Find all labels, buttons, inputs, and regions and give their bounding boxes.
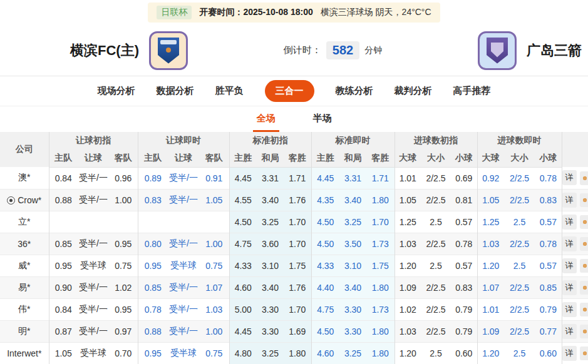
odds-cell: 0.95 [109, 298, 138, 320]
odds-cell: 4.50 [311, 211, 339, 233]
detail-button[interactable]: 详 [562, 324, 577, 339]
away-team-logo [478, 31, 517, 70]
company-cell: 立* [0, 211, 49, 233]
odds-cell: 2.5 [421, 211, 451, 233]
odds-cell: 1.70 [284, 211, 311, 233]
table-row: 伟*0.84受半/一0.950.78受半/一1.035.003.301.704.… [0, 298, 588, 320]
odds-cell: 1.80 [366, 276, 395, 298]
odds-cell: 0.57 [535, 255, 562, 276]
odds-cell: 2/2.5 [504, 276, 535, 298]
odds-cell: 0.57 [451, 255, 477, 276]
sub-header: 和局 [257, 149, 284, 167]
company-cell: 伟* [0, 298, 49, 320]
detail-button[interactable]: 详 [562, 170, 577, 185]
analysis-button-partial[interactable] [580, 215, 588, 229]
odds-cell: 0.95 [138, 342, 168, 364]
nav-tab-three-in-one[interactable]: 三合一 [265, 80, 314, 102]
nav-tab-coach-analysis[interactable]: 教练分析 [336, 85, 373, 97]
odds-cell: 3.31 [257, 167, 284, 189]
countdown-value: 582 [326, 41, 359, 59]
odds-cell: 0.80 [138, 233, 168, 255]
subtab-full-match[interactable]: 全场 [253, 113, 279, 132]
analysis-button-partial[interactable] [580, 281, 588, 295]
detail-cell: 详 [562, 211, 588, 233]
odds-cell: 1.20 [395, 342, 421, 364]
group-header: 标准初指 [229, 132, 311, 149]
nav-tab-referee-analysis[interactable]: 裁判分析 [395, 85, 432, 97]
analysis-button-partial[interactable] [580, 171, 588, 185]
table-row: 立*4.503.251.704.503.251.701.252.50.571.2… [0, 211, 588, 233]
odds-cell: 1.69 [284, 320, 311, 342]
odds-cell: 1.09 [395, 276, 421, 298]
company-cell: Crow* [0, 189, 49, 211]
away-team: 广岛三箭 [478, 31, 582, 70]
analysis-button-partial[interactable] [580, 303, 588, 316]
analysis-button-partial[interactable] [580, 346, 588, 360]
odds-cell: 受半/一 [78, 189, 109, 211]
odds-cell: 0.84 [49, 298, 78, 320]
odds-cell: 受半/一 [168, 167, 199, 189]
odds-cell: 2/2.5 [421, 167, 451, 189]
table-row: 明*0.87受半/一0.970.88受半/一1.004.453.301.694.… [0, 320, 588, 342]
table-row: 36*0.85受半/一0.950.80受半/一1.004.753.601.704… [0, 233, 588, 255]
analysis-button-partial[interactable] [580, 259, 588, 273]
nav-tab-win-draw-lose[interactable]: 胜平负 [215, 85, 244, 97]
odds-cell [199, 211, 229, 233]
nav-tab-expert-picks[interactable]: 高手推荐 [453, 85, 491, 97]
odds-cell: 3.60 [257, 233, 284, 255]
odds-cell: 4.40 [311, 276, 339, 298]
group-header: 进球数初指 [395, 132, 477, 149]
detail-button[interactable]: 详 [562, 280, 577, 295]
subtab-half-match[interactable]: 半场 [309, 113, 336, 132]
odds-cell: 1.05 [199, 189, 229, 211]
nav-tab-data-analysis[interactable]: 数据分析 [157, 85, 194, 97]
nav-tab-live-analysis[interactable]: 现场分析 [98, 85, 135, 97]
detail-cell: 详 [562, 167, 588, 189]
detail-button[interactable]: 详 [562, 236, 577, 251]
analysis-button-partial[interactable] [580, 325, 588, 338]
analysis-button-partial[interactable] [580, 237, 588, 251]
detail-button[interactable]: 详 [562, 302, 577, 317]
odds-cell: 1.70 [284, 233, 311, 255]
countdown-label: 倒计时： [284, 44, 321, 56]
odds-cell: 受半球 [78, 255, 109, 276]
odds-cell: 0.78 [535, 233, 562, 255]
detail-button[interactable]: 详 [562, 215, 577, 230]
odds-cell: 受半球 [168, 342, 199, 364]
odds-cell: 2.5 [504, 255, 535, 276]
analysis-button-partial[interactable] [580, 193, 588, 207]
odds-cell: 4.50 [311, 233, 339, 255]
odds-cell: 1.80 [366, 189, 395, 211]
detail-button[interactable]: 详 [562, 258, 577, 273]
odds-cell: 受半/一 [78, 320, 109, 342]
countdown-unit: 分钟 [364, 45, 382, 56]
odds-cell: 0.78 [451, 233, 477, 255]
odds-cell: 1.80 [366, 320, 395, 342]
detail-button[interactable]: 详 [562, 346, 577, 361]
sub-header: 大小 [421, 149, 451, 167]
detail-button[interactable]: 详 [562, 193, 577, 208]
sub-header: 让球 [168, 149, 199, 167]
odds-cell: 4.50 [311, 320, 339, 342]
group-header: 进球数即时 [477, 132, 562, 149]
odds-cell: 3.10 [339, 255, 366, 276]
odds-cell: 2.5 [504, 211, 535, 233]
odds-cell: 2/2.5 [421, 320, 451, 342]
odds-cell: 受半球 [168, 255, 199, 276]
odds-cell: 3.40 [339, 276, 366, 298]
odds-cell: 3.40 [257, 189, 284, 211]
away-crest-icon [487, 38, 508, 64]
odds-cell: 0.96 [109, 167, 138, 189]
odds-cell: 3.30 [257, 298, 284, 320]
odds-cell: 0.69 [451, 167, 477, 189]
odds-cell: 2.5 [504, 342, 535, 364]
odds-cell: 1.05 [395, 189, 421, 211]
odds-table-head: 公司让球初指让球即时标准初指标准即时进球数初指进球数即时主队让球客队主队让球客队… [0, 132, 588, 167]
sub-header: 大球 [395, 149, 421, 167]
odds-cell: 1.80 [366, 342, 395, 364]
odds-cell: 1.75 [366, 255, 395, 276]
odds-cell: 1.71 [366, 167, 395, 189]
sub-header: 客胜 [366, 149, 395, 167]
odds-cell: 0.97 [109, 320, 138, 342]
odds-cell: 4.80 [229, 342, 257, 364]
